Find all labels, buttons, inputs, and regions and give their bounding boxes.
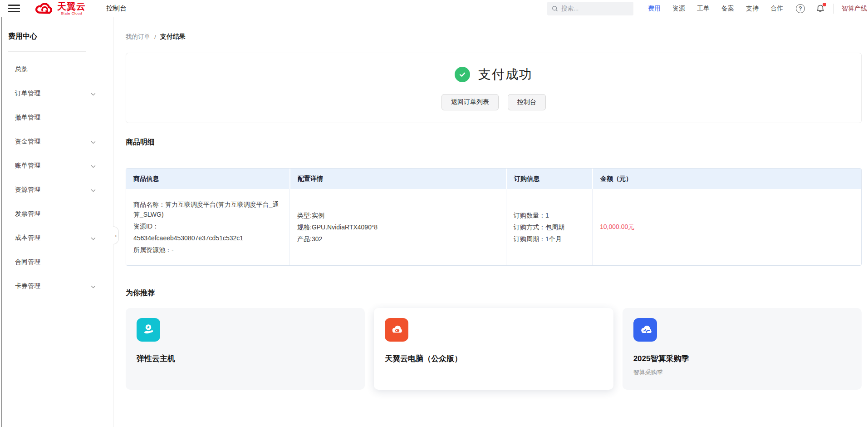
chevron-down-icon <box>91 138 96 145</box>
recommend-cards: 弹性云主机 天翼云电脑（公众版） <box>126 308 862 390</box>
console-link[interactable]: 控制台 <box>106 4 127 13</box>
sidebar-item-funds-management[interactable]: 资金管理 <box>0 129 113 154</box>
card-cloud-pc[interactable]: 天翼云电脑（公众版） <box>374 308 613 390</box>
card-elastic-cloud-host[interactable]: 弹性云主机 <box>126 308 365 390</box>
card-ai-purchase-season[interactable]: 2025智算采购季 智算采购季 <box>623 308 862 390</box>
resource-pool: 所属资源池：- <box>133 245 282 255</box>
chevron-down-icon <box>91 90 96 97</box>
product-line-link[interactable]: 智算产线 <box>842 5 867 13</box>
top-navbar: 天翼云 State Cloud 控制台 费用 资源 工单 备案 支持 合作 ? <box>0 0 868 17</box>
cell-amount: 10,000.00元 <box>592 189 861 265</box>
search-input[interactable] <box>561 5 625 12</box>
recommend-heading: 为你推荐 <box>126 288 862 298</box>
sidebar-item-label: 卡券管理 <box>15 282 40 290</box>
sidebar-item-label: 成本管理 <box>15 234 40 242</box>
sidebar-item-label: 资金管理 <box>15 138 40 146</box>
sidebar-item-cancel-management[interactable]: 撤单管理 <box>0 105 113 129</box>
sidebar-item-invoice-management[interactable]: 发票管理 <box>0 202 113 226</box>
nav-link-fees[interactable]: 费用 <box>648 5 661 13</box>
resource-id-label: 资源ID： <box>133 221 282 231</box>
elastic-cloud-host-icon <box>137 318 160 342</box>
cloud-logo-icon <box>34 1 54 15</box>
brand-title: 天翼云 <box>57 2 86 11</box>
sidebar-title: 费用中心 <box>0 17 113 51</box>
sidebar-item-coupon-management[interactable]: 卡券管理 <box>0 274 113 298</box>
header-config-detail: 配置详情 <box>289 169 506 189</box>
breadcrumb-my-orders[interactable]: 我的订单 <box>126 33 150 41</box>
card-title: 弹性云主机 <box>137 353 354 364</box>
brand-logo[interactable]: 天翼云 State Cloud <box>34 1 86 15</box>
sidebar-item-label: 发票管理 <box>15 210 40 218</box>
chevron-down-icon <box>91 186 96 194</box>
product-detail-heading: 商品明细 <box>126 138 862 147</box>
chevron-down-icon <box>91 283 96 290</box>
cloud-pc-icon <box>385 318 408 342</box>
sidebar-item-resource-management[interactable]: 资源管理 <box>0 178 113 202</box>
header-product-info: 商品信息 <box>126 169 289 189</box>
cell-order-info: 订购数量：1 订购方式：包周期 订购周期：1个月 <box>506 189 592 265</box>
back-to-orders-button[interactable]: 返回订单列表 <box>441 94 499 110</box>
breadcrumb-current: 支付结果 <box>160 33 186 41</box>
navbar-divider-2 <box>833 4 834 14</box>
chevron-down-icon <box>91 234 96 242</box>
table-header-row: 商品信息 配置详情 订购信息 金额（元） <box>126 169 861 189</box>
sidebar-item-overview[interactable]: 总览 <box>0 57 113 81</box>
config-type: 类型:实例 <box>297 210 499 220</box>
order-mode: 订购方式：包周期 <box>514 222 585 232</box>
resource-id-value: 45634efcaeeb4530807e37cd51c532c1 <box>133 233 282 243</box>
card-title: 2025智算采购季 <box>633 353 851 364</box>
nav-link-filing[interactable]: 备案 <box>721 5 734 13</box>
notification-bell[interactable] <box>816 4 825 13</box>
sidebar-item-label: 订单管理 <box>15 89 40 98</box>
search-icon <box>552 5 558 12</box>
config-spec: 规格:GPU.NvidiaRTX4090*8 <box>297 222 499 232</box>
sidebar-item-bill-management[interactable]: 账单管理 <box>0 154 113 178</box>
chevron-down-icon <box>91 162 96 169</box>
sidebar-item-label: 账单管理 <box>15 162 40 170</box>
payment-result-panel: 支付成功 返回订单列表 控制台 <box>126 53 862 123</box>
navbar-divider <box>96 4 96 14</box>
header-amount: 金额（元） <box>592 169 861 189</box>
product-name: 商品名称：算力互联调度平台(算力互联调度平台_通算_SLWG) <box>133 199 282 219</box>
sidebar-item-contract-management[interactable]: 合同管理 <box>0 250 113 274</box>
help-icon[interactable]: ? <box>796 4 805 13</box>
breadcrumb-separator: / <box>154 34 156 40</box>
card-subtitle: 智算采购季 <box>633 368 851 377</box>
sidebar: 费用中心 总览 订单管理 撤单管理 资金管理 账单管理 资源管理 <box>0 17 113 427</box>
notification-dot <box>823 3 826 6</box>
order-period: 订购周期：1个月 <box>514 234 585 244</box>
window-edge-line <box>1 17 2 427</box>
order-amount: 10,000.00元 <box>600 223 634 230</box>
sidebar-item-label: 撤单管理 <box>15 114 40 122</box>
console-button[interactable]: 控制台 <box>508 94 546 110</box>
brand-subtitle: State Cloud <box>57 12 86 15</box>
main-content: 我的订单 / 支付结果 支付成功 返回订单列表 控制台 商品明细 <box>113 17 868 427</box>
sidebar-item-label: 合同管理 <box>15 258 40 266</box>
card-title: 天翼云电脑（公众版） <box>385 353 602 364</box>
nav-link-resources[interactable]: 资源 <box>672 5 685 13</box>
config-product: 产品:302 <box>297 234 499 244</box>
ai-purchase-season-icon <box>633 318 657 342</box>
payment-success-title: 支付成功 <box>478 66 533 83</box>
success-check-icon <box>455 67 470 82</box>
hamburger-menu-icon[interactable] <box>8 5 20 12</box>
sidebar-item-order-management[interactable]: 订单管理 <box>0 81 113 105</box>
nav-link-cooperation[interactable]: 合作 <box>770 5 783 13</box>
nav-link-tickets[interactable]: 工单 <box>697 5 710 13</box>
cell-config-detail: 类型:实例 规格:GPU.NvidiaRTX4090*8 产品:302 <box>289 189 506 265</box>
header-order-info: 订购信息 <box>506 169 592 189</box>
sidebar-item-label: 总览 <box>15 65 28 74</box>
breadcrumb: 我的订单 / 支付结果 <box>126 33 862 41</box>
global-search[interactable] <box>547 2 633 15</box>
product-detail-table: 商品信息 配置详情 订购信息 金额（元） 商品名称：算力互联调度平台(算力互联调… <box>126 168 862 266</box>
nav-link-support[interactable]: 支持 <box>746 5 759 13</box>
table-row: 商品名称：算力互联调度平台(算力互联调度平台_通算_SLWG) 资源ID： 45… <box>126 189 861 265</box>
sidebar-item-label: 资源管理 <box>15 186 40 194</box>
navbar-links: 费用 资源 工单 备案 支持 合作 <box>648 5 783 13</box>
cell-product-info: 商品名称：算力互联调度平台(算力互联调度平台_通算_SLWG) 资源ID： 45… <box>126 189 289 265</box>
sidebar-item-cost-management[interactable]: 成本管理 <box>0 226 113 250</box>
order-quantity: 订购数量：1 <box>514 210 585 220</box>
